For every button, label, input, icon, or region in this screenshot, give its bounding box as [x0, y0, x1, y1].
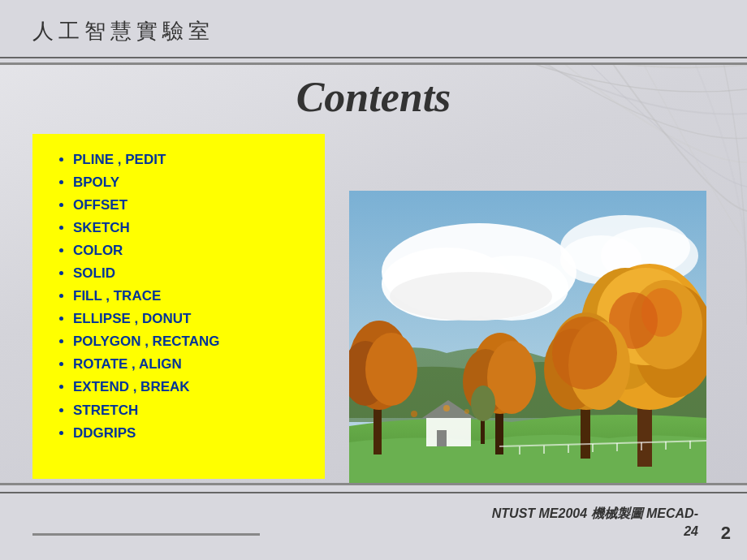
svg-point-4: [390, 272, 552, 321]
list-item: POLYGON , RECTANG: [73, 330, 309, 353]
svg-point-21: [552, 317, 617, 390]
svg-rect-30: [426, 418, 471, 446]
list-item: OFFSET: [73, 194, 309, 217]
svg-point-16: [641, 288, 682, 337]
list-item: DDGRIPS: [73, 422, 309, 445]
bullet-box: PLINE , PEDIT BPOLY OFFSET SKETCH COLOR …: [32, 134, 325, 479]
list-item: STRETCH: [73, 399, 309, 422]
contents-title: Contents: [0, 73, 747, 121]
svg-point-46: [411, 411, 417, 417]
page-number: 2: [721, 523, 731, 544]
header-line: [0, 57, 747, 58]
list-item: SOLID: [73, 262, 309, 285]
svg-point-25: [365, 333, 417, 406]
svg-point-34: [471, 386, 495, 421]
list-item: ROTATE , ALIGN: [73, 353, 309, 376]
photo-area: [349, 191, 706, 491]
list-item: BPOLY: [73, 171, 309, 194]
autumn-scene-image: [349, 191, 706, 491]
header-title: 人工智慧實驗室: [32, 17, 214, 45]
svg-rect-32: [437, 430, 447, 446]
bottom-left-line: [32, 533, 260, 536]
list-item: COLOR: [73, 239, 309, 262]
footer-text: NTUST ME2004 機械製圖 MECAD- 24: [492, 505, 698, 541]
svg-point-45: [464, 409, 469, 414]
bottom-bar: NTUST ME2004 機械製圖 MECAD- 24: [0, 483, 747, 560]
header: 人工智慧實驗室: [0, 0, 747, 65]
list-item: ELLIPSE , DONUT: [73, 308, 309, 330]
list-item: EXTEND , BREAK: [73, 376, 309, 398]
list-item: SKETCH: [73, 217, 309, 239]
list-item: FILL , TRACE: [73, 285, 309, 308]
list-item: PLINE , PEDIT: [73, 149, 309, 171]
bottom-line-top: [0, 492, 747, 493]
svg-point-44: [443, 405, 450, 411]
bullet-list: PLINE , PEDIT BPOLY OFFSET SKETCH COLOR …: [57, 149, 309, 445]
